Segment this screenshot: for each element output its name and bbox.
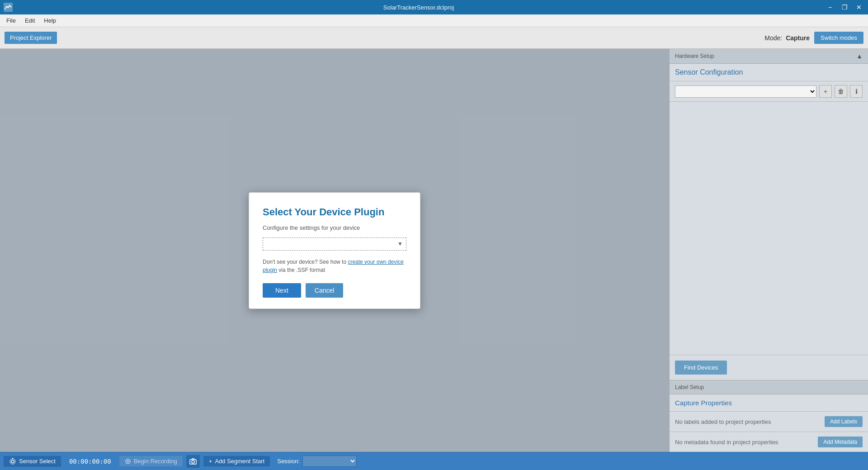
plugin-dropdown-wrapper: ▼ (263, 237, 406, 251)
sensor-config-title: Sensor Configuration (670, 64, 868, 81)
add-segment-label: Add Segment Start (215, 458, 264, 465)
find-devices-section: Find Devices (670, 355, 868, 380)
bottom-bar: Sensor Select 00:00:00:00 Begin Recordin… (0, 452, 868, 470)
menu-file[interactable]: File (2, 15, 20, 26)
modal-overlay: Select Your Device Plugin Configure the … (0, 49, 669, 452)
session-dropdown[interactable] (302, 456, 357, 467)
hint-suffix-text: via the .SSF format (277, 267, 325, 273)
mode-label: Mode: Capture (764, 34, 810, 42)
dialog-subtitle: Configure the settings for your device (263, 224, 406, 231)
content-area: Select Your Device Plugin Configure the … (0, 49, 669, 452)
restore-button[interactable]: ❐ (839, 2, 850, 13)
title-bar-controls: − ❐ ✕ (825, 2, 864, 13)
title-bar: SolarTrackerSensor.dclproj − ❐ ✕ (0, 0, 868, 14)
mode-section: Mode: Capture Switch modes (764, 32, 863, 44)
svg-point-7 (192, 461, 194, 463)
record-icon (125, 458, 131, 465)
hardware-setup-label: Hardware Setup (675, 53, 714, 59)
menu-help[interactable]: Help (39, 15, 61, 26)
dialog-title: Select Your Device Plugin (263, 206, 406, 218)
close-button[interactable]: ✕ (854, 2, 864, 13)
begin-recording-button[interactable]: Begin Recording (119, 456, 183, 466)
svg-point-2 (10, 459, 15, 464)
delete-sensor-button[interactable]: 🗑 (835, 85, 847, 98)
sensor-config-controls: + 🗑 ℹ (670, 81, 868, 102)
camera-button[interactable] (186, 455, 200, 468)
dialog-buttons: Next Cancel (263, 283, 406, 298)
capture-properties-title: Capture Properties (670, 394, 868, 412)
next-button[interactable]: Next (263, 283, 301, 298)
camera-icon (189, 458, 197, 465)
plugin-dropdown[interactable] (263, 237, 406, 251)
switch-modes-button[interactable]: Switch modes (814, 32, 863, 44)
sensor-icon (9, 458, 16, 465)
add-metadata-button[interactable]: Add Metadata (818, 437, 863, 447)
sensor-config-dropdown[interactable] (675, 85, 816, 98)
mode-prefix: Mode: (764, 34, 782, 42)
svg-point-1 (11, 460, 14, 463)
svg-point-5 (127, 461, 129, 462)
app-logo-icon (4, 3, 13, 12)
session-label: Session: (277, 458, 300, 465)
device-plugin-dialog: Select Your Device Plugin Configure the … (249, 192, 420, 309)
project-explorer-button[interactable]: Project Explorer (5, 32, 57, 44)
right-panel-spacer (670, 102, 868, 355)
add-sensor-button[interactable]: + (819, 85, 832, 98)
hardware-setup-expand-button[interactable]: ▲ (856, 52, 863, 60)
sensor-select-button[interactable]: Sensor Select (4, 456, 61, 467)
session-section: Session: (277, 456, 357, 467)
cancel-button[interactable]: Cancel (306, 283, 344, 298)
label-setup-header: Label Setup (670, 380, 868, 394)
no-metadata-text: No metadata found in project properties (675, 439, 778, 446)
menu-edit[interactable]: Edit (20, 15, 39, 26)
metadata-row: No metadata found in project properties … (670, 432, 868, 452)
window-title: SolarTrackerSensor.dclproj (383, 4, 454, 11)
right-panel: Hardware Setup ▲ Sensor Configuration + … (669, 49, 868, 452)
dialog-hint: Don't see your device? See how to create… (263, 258, 406, 274)
info-sensor-button[interactable]: ℹ (850, 85, 863, 98)
add-labels-button[interactable]: Add Labels (825, 416, 863, 427)
begin-recording-label: Begin Recording (134, 458, 177, 465)
sensor-select-label: Sensor Select (19, 458, 56, 465)
main-layout: Select Your Device Plugin Configure the … (0, 49, 868, 452)
no-labels-text: No labels added to project properties (675, 418, 771, 425)
labels-row: No labels added to project properties Ad… (670, 412, 868, 432)
timestamp-display: 00:00:00:00 (65, 458, 116, 465)
hardware-setup-header: Hardware Setup ▲ (670, 49, 868, 64)
hint-prefix-text: Don't see your device? See how to (263, 259, 348, 265)
add-segment-icon: + (209, 458, 212, 465)
menu-bar: File Edit Help (0, 14, 868, 27)
minimize-button[interactable]: − (825, 2, 835, 13)
mode-value: Capture (786, 34, 810, 42)
find-devices-button[interactable]: Find Devices (675, 361, 727, 375)
toolbar: Project Explorer Mode: Capture Switch mo… (0, 27, 868, 49)
add-segment-button[interactable]: + Add Segment Start (203, 456, 270, 466)
title-bar-left (4, 3, 13, 12)
